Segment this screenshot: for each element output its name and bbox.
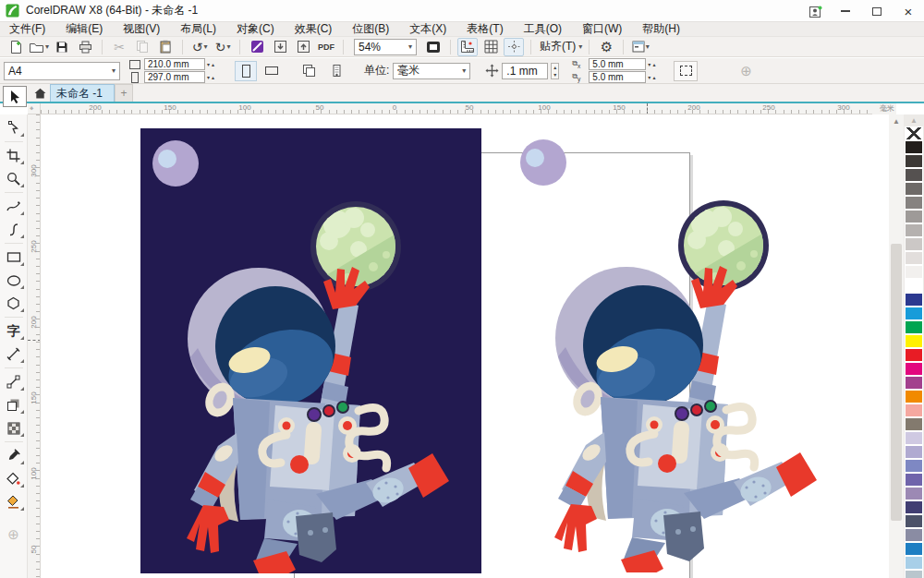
- close-button[interactable]: ×: [893, 0, 924, 22]
- color-swatch[interactable]: [905, 556, 923, 570]
- drop-shadow-tool[interactable]: [2, 393, 26, 416]
- scrollbar-thumb[interactable]: [891, 244, 902, 521]
- color-swatch[interactable]: [905, 182, 923, 196]
- ruler-origin-button[interactable]: ⌖: [28, 103, 41, 114]
- publish-pdf-button[interactable]: PDF: [316, 38, 336, 56]
- color-swatch[interactable]: [905, 251, 923, 265]
- menu-item[interactable]: 位图(B): [352, 21, 389, 37]
- menu-item[interactable]: 视图(V): [123, 21, 160, 37]
- menu-item[interactable]: 帮助(H): [642, 21, 680, 37]
- zoom-tool[interactable]: [2, 167, 26, 190]
- crop-tool[interactable]: [2, 144, 26, 167]
- color-swatch[interactable]: [905, 570, 923, 578]
- paste-button[interactable]: [155, 38, 176, 56]
- smart-fill-tool[interactable]: [2, 490, 26, 513]
- transparency-tool[interactable]: [2, 416, 26, 440]
- color-swatch[interactable]: [905, 237, 923, 251]
- user-account-icon[interactable]: [802, 0, 830, 22]
- import-button[interactable]: [270, 38, 290, 56]
- color-swatch[interactable]: [905, 140, 923, 154]
- color-swatch[interactable]: [905, 293, 923, 307]
- color-swatch[interactable]: [905, 445, 923, 459]
- freehand-tool[interactable]: [2, 195, 26, 218]
- color-swatch[interactable]: [905, 528, 923, 542]
- color-swatch[interactable]: [905, 473, 923, 487]
- menu-item[interactable]: 文件(F): [9, 21, 45, 37]
- color-swatch[interactable]: [905, 348, 923, 362]
- menu-item[interactable]: 效果(C): [295, 21, 333, 37]
- color-swatch[interactable]: [905, 320, 923, 334]
- application-launcher[interactable]: ▾: [630, 38, 650, 56]
- open-button[interactable]: ▾: [29, 38, 49, 56]
- undo-button[interactable]: ↺▾: [189, 38, 210, 56]
- color-swatch[interactable]: [905, 154, 923, 168]
- redo-button[interactable]: ↻▾: [213, 38, 233, 56]
- landscape-button[interactable]: [261, 61, 283, 81]
- current-page-button[interactable]: [325, 61, 347, 81]
- text-tool[interactable]: 字: [2, 319, 26, 343]
- color-swatch[interactable]: [905, 223, 923, 237]
- horizontal-ruler[interactable]: 20015010050050100150200250300: [41, 103, 889, 114]
- color-swatch[interactable]: [905, 500, 923, 514]
- color-swatch[interactable]: [905, 459, 923, 473]
- menu-item[interactable]: 编辑(E): [66, 21, 103, 37]
- polygon-tool[interactable]: [2, 292, 26, 315]
- color-swatch[interactable]: [905, 168, 923, 182]
- page-size-combobox[interactable]: A4 ▾: [4, 62, 120, 80]
- maximize-button[interactable]: [861, 0, 893, 22]
- color-swatch[interactable]: [905, 307, 923, 320]
- show-rulers-button[interactable]: [457, 38, 478, 56]
- b-spline-tool[interactable]: [2, 218, 26, 241]
- minimize-button[interactable]: [830, 0, 861, 22]
- duplicate-y-field[interactable]: 5.0 mm: [589, 71, 646, 83]
- menu-item[interactable]: 对象(C): [237, 21, 274, 37]
- vertical-scrollbar[interactable]: ▲: [889, 114, 904, 578]
- all-pages-button[interactable]: [298, 61, 320, 81]
- palette-scroll-up-icon[interactable]: ▲: [904, 114, 924, 126]
- menu-item[interactable]: 窗口(W): [582, 21, 622, 37]
- ellipse-tool[interactable]: [2, 269, 26, 292]
- search-content-button[interactable]: [247, 38, 267, 56]
- duplicate-x-spinner[interactable]: ▾▴: [648, 62, 663, 67]
- new-document-button[interactable]: [6, 38, 26, 56]
- export-button[interactable]: [293, 38, 313, 56]
- open-caret-icon[interactable]: ▾: [45, 43, 49, 51]
- menu-item[interactable]: 工具(O): [524, 21, 562, 37]
- color-swatch[interactable]: [905, 376, 923, 390]
- portrait-button[interactable]: [235, 61, 257, 81]
- drawing-canvas[interactable]: [41, 114, 889, 578]
- scroll-up-icon[interactable]: ▲: [889, 114, 904, 128]
- snap-to-dropdown[interactable]: 贴齐(T)▾: [538, 38, 582, 56]
- document-tab-active[interactable]: 未命名 -1: [50, 84, 115, 102]
- connector-tool[interactable]: [2, 370, 26, 393]
- interactive-fill-tool[interactable]: [2, 467, 26, 490]
- color-swatch[interactable]: [905, 279, 923, 293]
- menu-item[interactable]: 文本(X): [409, 21, 446, 37]
- color-swatch[interactable]: [905, 403, 923, 417]
- zoom-caret-icon[interactable]: ▾: [408, 43, 412, 51]
- color-swatch[interactable]: [905, 514, 923, 528]
- print-button[interactable]: [75, 38, 95, 56]
- color-swatch[interactable]: [905, 196, 923, 210]
- color-swatch[interactable]: [905, 362, 923, 376]
- page-height-field[interactable]: 297.0 mm: [144, 71, 205, 83]
- customize-toolbox-icon[interactable]: ⊕: [7, 526, 19, 543]
- menu-item[interactable]: 布局(L): [180, 21, 216, 37]
- astronaut-artwork-copy-2[interactable]: [508, 127, 850, 572]
- treat-as-filled-button[interactable]: [674, 61, 698, 81]
- units-combobox[interactable]: 毫米 ▾: [393, 63, 470, 79]
- save-button[interactable]: [52, 38, 72, 56]
- pick-tool[interactable]: [3, 86, 27, 107]
- options-button[interactable]: ⚙: [596, 38, 616, 56]
- fullscreen-preview-button[interactable]: [423, 38, 444, 56]
- color-swatch[interactable]: [905, 390, 923, 403]
- nudge-spinner[interactable]: ▴▾: [551, 63, 559, 79]
- menu-item[interactable]: 表格(T): [467, 21, 503, 37]
- dimension-tool[interactable]: [2, 343, 26, 366]
- color-eyedropper-tool[interactable]: [2, 444, 26, 467]
- color-swatch[interactable]: [905, 487, 923, 500]
- color-swatch[interactable]: [905, 542, 923, 556]
- page-width-field[interactable]: 210.0 mm: [144, 58, 205, 70]
- new-tab-button[interactable]: +: [115, 84, 133, 102]
- color-swatch[interactable]: [905, 210, 923, 223]
